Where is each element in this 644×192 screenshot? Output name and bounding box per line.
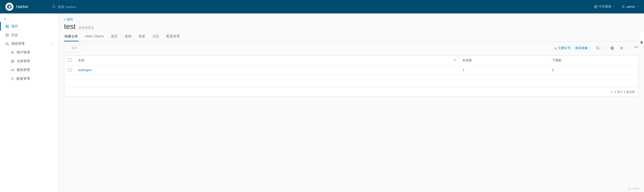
column-header-pulls[interactable]: 下载数: [552, 58, 562, 62]
search-toggle-button[interactable]: [595, 45, 600, 51]
cell-tags: 1: [462, 68, 464, 72]
language-label: 中文简体: [599, 5, 611, 9]
svg-rect-31: [612, 47, 614, 48]
logs-icon: [5, 33, 9, 37]
svg-rect-32: [611, 48, 612, 49]
svg-point-24: [12, 78, 13, 79]
product-name: Harbor: [16, 4, 28, 9]
sidebar-item-projects[interactable]: 项目: [0, 22, 58, 31]
event-log-handle[interactable]: 事件日志: [639, 31, 644, 47]
pagination-summary: 1 - 1 共计 1 条记录: [610, 90, 635, 94]
svg-rect-11: [6, 27, 7, 28]
sidebar-item-label: 系统管理: [11, 42, 25, 46]
gear-icon: [11, 77, 14, 81]
download-cert-link[interactable]: 注册证书: [554, 46, 570, 50]
user-name: admin: [626, 5, 635, 8]
search-icon: [52, 5, 56, 9]
projects-icon: [5, 25, 9, 28]
repository-table: 名称 标签数 下载数 test/nginx 1 0 1 - 1 共计 1 条记录: [64, 55, 639, 96]
tab-helm-charts[interactable]: Helm Charts: [85, 32, 104, 41]
repository-link[interactable]: test/nginx: [78, 68, 92, 72]
sidebar-item-replications[interactable]: 复制管理: [0, 66, 58, 74]
sidebar-item-label: 日志: [11, 33, 18, 37]
cloud-icon: [11, 68, 14, 72]
user-icon: [622, 5, 625, 8]
cell-pulls: 0: [552, 68, 554, 72]
svg-point-18: [8, 44, 8, 45]
push-image-label: 推送镜像: [575, 46, 588, 50]
tab-replication[interactable]: 复制: [124, 32, 132, 41]
page-title: test: [64, 22, 76, 31]
language-selector[interactable]: 中文简体: [594, 5, 615, 9]
user-menu[interactable]: admin: [622, 5, 639, 8]
svg-line-4: [54, 7, 56, 8]
toolbar-separator: [605, 46, 605, 50]
chevron-down-icon: [50, 42, 53, 45]
tab-repositories[interactable]: 镜像仓库: [64, 32, 78, 41]
delete-button[interactable]: 删除: [64, 45, 81, 51]
svg-rect-33: [612, 48, 614, 49]
tab-logs[interactable]: 日志: [152, 32, 160, 41]
table-header-row: 名称 标签数 下载数: [64, 56, 638, 65]
delete-button-label: 删除: [71, 46, 78, 50]
sidebar-item-users[interactable]: 用户管理: [0, 48, 58, 57]
tab-members[interactable]: 成员: [110, 32, 118, 41]
svg-rect-30: [611, 47, 612, 48]
svg-point-3: [52, 5, 55, 7]
svg-point-17: [6, 42, 7, 44]
sidebar-item-label: 用户管理: [16, 50, 30, 55]
table-row: test/nginx 1 0: [64, 65, 638, 75]
download-cert-label: 注册证书: [558, 46, 570, 50]
svg-point-22: [13, 52, 14, 52]
chevron-down-icon: [588, 47, 591, 49]
watermark-icon: [628, 187, 631, 191]
watermark: 亿速云: [628, 187, 640, 191]
breadcrumb-back[interactable]: < 项目: [64, 17, 73, 21]
chevron-down-icon: [613, 5, 615, 8]
sidebar-item-registries[interactable]: 仓库管理: [0, 57, 58, 66]
svg-rect-12: [8, 27, 8, 28]
svg-point-28: [596, 46, 599, 49]
svg-line-29: [598, 48, 600, 50]
toolbar-separator: [628, 46, 629, 50]
column-header-tags[interactable]: 标签数: [462, 58, 472, 62]
sidebar-item-configuration[interactable]: 配置管理: [0, 74, 58, 83]
sidebar-item-logs[interactable]: 日志: [0, 31, 58, 39]
svg-point-21: [12, 51, 12, 52]
svg-point-8: [623, 5, 624, 7]
card-view-button[interactable]: [610, 46, 615, 51]
svg-rect-9: [6, 25, 7, 26]
sidebar-item-label: 配置管理: [16, 77, 30, 81]
cube-icon: [11, 59, 14, 63]
globe-icon: [594, 5, 598, 8]
sidebar-item-label: 复制管理: [16, 68, 30, 72]
refresh-button[interactable]: [633, 45, 639, 51]
select-all-checkbox[interactable]: [68, 58, 72, 62]
harbor-logo: [5, 3, 14, 11]
watermark-text: 亿速云: [632, 187, 640, 191]
filter-icon[interactable]: [454, 59, 456, 62]
table-empty-space: [64, 75, 638, 87]
svg-point-38: [629, 188, 630, 190]
admin-icon: [5, 42, 9, 46]
chevron-down-icon: [636, 5, 639, 8]
list-view-button[interactable]: [619, 46, 624, 51]
close-icon: [68, 47, 70, 49]
users-icon: [11, 51, 14, 54]
sidebar-collapse-button[interactable]: [0, 16, 58, 22]
download-icon: [554, 46, 557, 50]
row-checkbox[interactable]: [68, 68, 72, 71]
tab-labels[interactable]: 标签: [138, 32, 146, 41]
sidebar-item-administration[interactable]: 系统管理: [0, 39, 58, 48]
tab-configuration[interactable]: 配置管理: [166, 32, 180, 41]
search-input[interactable]: [58, 5, 147, 9]
role-badge: 系统管理员: [78, 26, 94, 30]
svg-point-2: [9, 5, 10, 6]
svg-point-37: [628, 188, 631, 190]
svg-rect-10: [8, 25, 8, 26]
sidebar-item-label: 项目: [11, 24, 18, 28]
push-image-dropdown[interactable]: 推送镜像: [575, 46, 591, 50]
sidebar-item-label: 仓库管理: [16, 59, 30, 63]
column-header-name[interactable]: 名称: [78, 58, 84, 62]
